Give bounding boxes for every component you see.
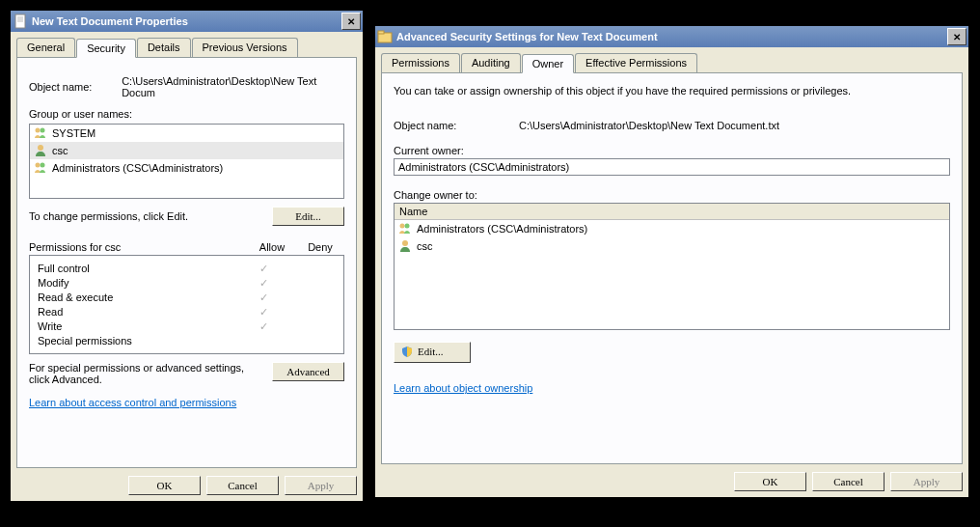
check-icon: ✓: [239, 306, 287, 319]
svg-rect-7: [378, 31, 384, 34]
perm-for-label: Permissions for csc: [29, 241, 248, 253]
tab-general[interactable]: General: [16, 38, 75, 57]
deny-header: Deny: [296, 241, 344, 253]
svg-point-9: [405, 224, 410, 229]
owner-name: Administrators (CSC\Administrators): [417, 223, 587, 235]
folder-shield-icon: [377, 29, 393, 44]
titlebar-properties: New Text Document Properties ✕: [11, 11, 363, 32]
edit-button[interactable]: Edit...: [272, 207, 344, 226]
user-icon: [397, 238, 413, 254]
owner-list[interactable]: Name Administrators (CSC\Administrators)…: [394, 203, 950, 330]
list-item[interactable]: Administrators (CSC\Administrators): [30, 159, 343, 177]
cancel-button[interactable]: Cancel: [812, 472, 885, 491]
user-name: Administrators (CSC\Administrators): [52, 162, 223, 174]
svg-point-3: [38, 145, 43, 151]
user-list[interactable]: SYSTEM csc Administrators (CSC\Administr…: [29, 124, 344, 199]
list-item[interactable]: Administrators (CSC\Administrators): [395, 220, 949, 237]
advanced-hint: For special permissions or advanced sett…: [29, 362, 272, 385]
perm-label: Special permissions: [38, 335, 239, 347]
perm-label: Modify: [38, 277, 239, 290]
shield-icon: [400, 346, 414, 359]
edit-button[interactable]: Edit...: [394, 342, 471, 363]
list-item[interactable]: csc: [395, 237, 949, 255]
change-perm-hint: To change permissions, click Edit.: [29, 210, 272, 222]
svg-point-8: [400, 224, 405, 229]
group-icon: [33, 160, 48, 176]
tabs: General Security Details Previous Versio…: [16, 38, 357, 58]
window-title: Advanced Security Settings for New Text …: [396, 31, 947, 42]
titlebar-advanced: Advanced Security Settings for New Text …: [375, 26, 968, 47]
tab-security[interactable]: Security: [76, 39, 136, 58]
window-title: New Text Document Properties: [32, 15, 341, 27]
group-icon: [397, 221, 413, 236]
object-name-value: C:\Users\Administrator\Desktop\New Text …: [519, 120, 779, 131]
check-icon: ✓: [239, 277, 287, 290]
ok-button[interactable]: OK: [128, 476, 201, 495]
tab-permissions[interactable]: Permissions: [381, 53, 460, 72]
permissions-list: Full control✓ Modify✓ Read & execute✓ Re…: [29, 255, 344, 354]
user-name: csc: [52, 145, 68, 156]
tab-auditing[interactable]: Auditing: [461, 53, 521, 72]
name-header[interactable]: Name: [395, 204, 949, 220]
document-icon: [13, 14, 28, 29]
tab-details[interactable]: Details: [137, 38, 191, 57]
perm-label: Read & execute: [38, 291, 239, 304]
apply-button[interactable]: Apply: [285, 476, 357, 495]
learn-link[interactable]: Learn about access control and permissio…: [29, 397, 236, 408]
group-icon: [33, 125, 48, 141]
close-button[interactable]: ✕: [341, 13, 361, 30]
user-name: SYSTEM: [52, 127, 95, 139]
tab-owner[interactable]: Owner: [522, 54, 574, 73]
change-owner-label: Change owner to:: [394, 189, 950, 201]
tab-effective-permissions[interactable]: Effective Permissions: [575, 53, 697, 72]
object-name-value: C:\Users\Administrator\Desktop\New Text …: [122, 75, 344, 98]
perm-label: Full control: [38, 263, 239, 275]
user-icon: [33, 143, 48, 158]
check-icon: ✓: [239, 320, 287, 333]
object-name-label: Object name:: [394, 120, 519, 131]
group-label: Group or user names:: [29, 108, 344, 120]
svg-point-10: [402, 240, 408, 246]
svg-point-2: [41, 128, 45, 133]
allow-header: Allow: [248, 241, 296, 253]
svg-point-1: [36, 128, 41, 133]
apply-button[interactable]: Apply: [890, 472, 963, 491]
object-name-label: Object name:: [29, 81, 122, 93]
perm-label: Read: [38, 306, 239, 319]
list-item[interactable]: SYSTEM: [30, 125, 343, 142]
svg-point-5: [41, 163, 45, 168]
intro-text: You can take or assign ownership of this…: [394, 85, 950, 97]
advanced-button[interactable]: Advanced: [272, 362, 344, 381]
check-icon: ✓: [239, 291, 287, 304]
current-owner-label: Current owner:: [394, 145, 950, 156]
list-item[interactable]: csc: [30, 142, 343, 159]
owner-name: csc: [417, 240, 433, 252]
check-icon: ✓: [239, 263, 287, 275]
ok-button[interactable]: OK: [734, 472, 806, 491]
svg-point-4: [36, 163, 41, 168]
perm-label: Write: [38, 320, 239, 333]
learn-link[interactable]: Learn about object ownership: [394, 382, 532, 394]
cancel-button[interactable]: Cancel: [206, 476, 279, 495]
close-button[interactable]: ✕: [947, 28, 966, 45]
current-owner-field: Administrators (CSC\Administrators): [394, 158, 950, 176]
tab-previous-versions[interactable]: Previous Versions: [192, 38, 298, 57]
tabs: Permissions Auditing Owner Effective Per…: [381, 53, 963, 73]
